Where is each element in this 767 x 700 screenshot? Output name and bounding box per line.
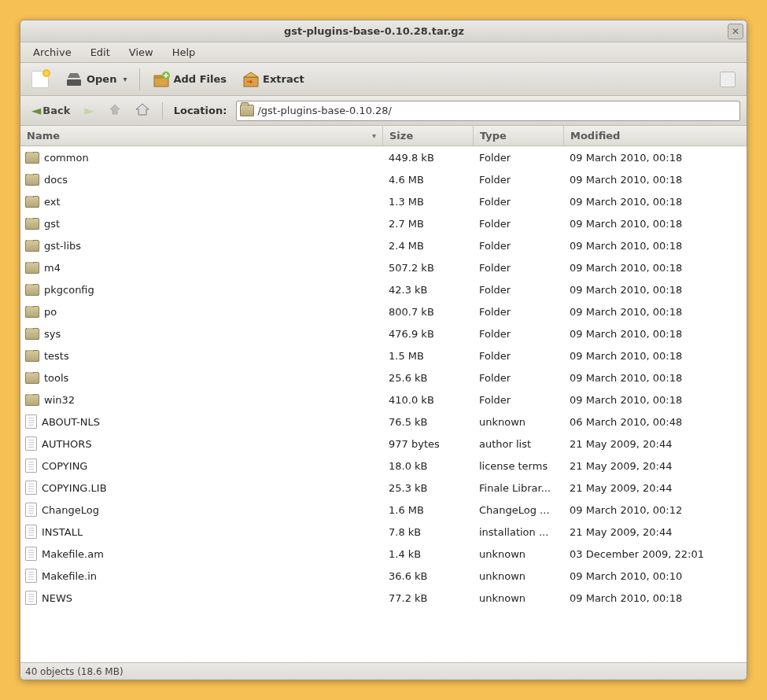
toolbar-separator (139, 68, 140, 90)
folder-icon (25, 350, 39, 362)
cell-size: 476.9 kB (382, 328, 473, 340)
cell-type: ChangeLog ... (473, 504, 563, 516)
folder-icon (25, 284, 39, 296)
file-icon (25, 525, 37, 539)
list-item[interactable]: tests1.5 MBFolder09 March 2010, 00:18 (20, 344, 747, 367)
folder-icon (25, 262, 39, 274)
home-button[interactable] (131, 101, 154, 121)
list-item[interactable]: ext1.3 MBFolder09 March 2010, 00:18 (20, 190, 747, 212)
open-icon (65, 72, 83, 87)
column-headers: Name ▾ Size Type Modified (20, 126, 747, 146)
navbar: ◄ Back ► Location: /gst-plugins-base-0.1… (20, 96, 747, 126)
new-archive-button[interactable] (25, 68, 55, 91)
menu-edit[interactable]: Edit (81, 42, 120, 62)
column-header-type-label: Type (480, 130, 507, 142)
svg-rect-0 (67, 79, 81, 86)
cell-size: 410.0 kB (382, 394, 473, 406)
extract-button[interactable]: Extract (236, 68, 311, 91)
home-icon (135, 103, 149, 119)
cell-name: NEWS (20, 591, 382, 605)
cell-name: AUTHORS (20, 437, 382, 451)
extract-label: Extract (263, 73, 304, 85)
menu-help[interactable]: Help (163, 42, 205, 62)
column-header-modified[interactable]: Modified (563, 126, 747, 146)
column-header-size[interactable]: Size (382, 126, 473, 146)
list-item[interactable]: win32410.0 kBFolder09 March 2010, 00:18 (20, 389, 747, 411)
list-item[interactable]: pkgconfig42.3 kBFolder09 March 2010, 00:… (20, 278, 747, 300)
file-icon (25, 547, 37, 561)
forward-icon: ► (84, 103, 94, 118)
titlebar[interactable]: gst-plugins-base-0.10.28.tar.gz ✕ (20, 20, 747, 42)
cell-type: author list (473, 438, 563, 450)
column-header-name[interactable]: Name ▾ (20, 130, 382, 142)
list-item[interactable]: COPYING18.0 kBlicense terms21 May 2009, … (20, 455, 747, 477)
cell-type: unknown (473, 570, 563, 582)
properties-button[interactable] (714, 68, 742, 90)
list-item[interactable]: INSTALL7.8 kBinstallation ...21 May 2009… (20, 521, 747, 543)
cell-type: Folder (473, 328, 563, 340)
cell-modified: 09 March 2010, 00:18 (563, 592, 747, 604)
cell-name: common (20, 152, 382, 164)
file-list[interactable]: common449.8 kBFolder09 March 2010, 00:18… (20, 146, 747, 662)
cell-size: 507.2 kB (382, 262, 473, 274)
back-button[interactable]: ◄ Back (27, 101, 75, 120)
cell-modified: 09 March 2010, 00:18 (563, 174, 747, 186)
list-item[interactable]: ABOUT-NLS76.5 kBunknown06 March 2010, 00… (20, 411, 747, 433)
menu-view[interactable]: View (120, 42, 163, 62)
file-name-label: Makefile.am (42, 548, 104, 560)
file-name-label: INSTALL (42, 526, 83, 538)
up-button[interactable] (104, 101, 126, 120)
menubar: Archive Edit View Help (20, 42, 747, 63)
menu-archive[interactable]: Archive (24, 42, 81, 62)
cell-modified: 03 December 2009, 22:01 (563, 548, 747, 560)
up-icon (109, 103, 121, 118)
cell-size: 1.4 kB (382, 548, 473, 560)
cell-name: m4 (20, 262, 382, 274)
cell-name: Makefile.am (20, 547, 382, 561)
file-name-label: AUTHORS (42, 438, 92, 450)
cell-size: 800.7 kB (382, 306, 473, 318)
list-item[interactable]: sys476.9 kBFolder09 March 2010, 00:18 (20, 322, 747, 344)
list-item[interactable]: ChangeLog1.6 MBChangeLog ...09 March 201… (20, 499, 747, 521)
list-item[interactable]: COPYING.LIB25.3 kBFinale Librar...21 May… (20, 477, 747, 499)
extract-icon (242, 71, 260, 88)
list-item[interactable]: po800.7 kBFolder09 March 2010, 00:18 (20, 300, 747, 322)
cell-size: 36.6 kB (382, 570, 473, 582)
column-header-type[interactable]: Type (473, 126, 563, 146)
list-item[interactable]: AUTHORS977 bytesauthor list21 May 2009, … (20, 433, 747, 455)
cell-name: ABOUT-NLS (20, 414, 382, 429)
cell-modified: 21 May 2009, 20:44 (563, 460, 747, 472)
status-text: 40 objects (18.6 MB) (25, 666, 124, 677)
window-title: gst-plugins-base-0.10.28.tar.gz (20, 25, 728, 37)
list-item[interactable]: Makefile.in36.6 kBunknown09 March 2010, … (20, 565, 747, 587)
open-dropdown-icon: ▾ (123, 75, 127, 83)
cell-size: 25.6 kB (382, 372, 473, 384)
list-item[interactable]: gst2.7 MBFolder09 March 2010, 00:18 (20, 212, 747, 234)
file-icon (25, 591, 37, 605)
list-item[interactable]: gst-libs2.4 MBFolder09 March 2010, 00:18 (20, 234, 747, 256)
column-header-size-label: Size (389, 130, 413, 142)
open-button[interactable]: Open ▾ (58, 68, 133, 90)
list-item[interactable]: Makefile.am1.4 kBunknown03 December 2009… (20, 543, 747, 565)
cell-size: 977 bytes (382, 438, 473, 450)
location-input[interactable]: /gst-plugins-base-0.10.28/ (236, 101, 740, 121)
list-item[interactable]: tools25.6 kBFolder09 March 2010, 00:18 (20, 367, 747, 389)
open-label: Open (87, 73, 116, 85)
cell-type: Folder (473, 394, 563, 406)
file-icon (25, 569, 37, 583)
cell-type: unknown (473, 592, 563, 604)
cell-size: 2.4 MB (382, 240, 473, 252)
cell-name: gst (20, 218, 382, 230)
list-item[interactable]: docs4.6 MBFolder09 March 2010, 00:18 (20, 168, 747, 190)
list-item[interactable]: m4507.2 kBFolder09 March 2010, 00:18 (20, 256, 747, 278)
add-files-button[interactable]: Add Files (146, 68, 233, 91)
new-archive-icon (31, 71, 49, 88)
cell-modified: 21 May 2009, 20:44 (563, 482, 747, 494)
forward-button[interactable]: ► (79, 101, 98, 120)
file-name-label: ABOUT-NLS (42, 416, 100, 428)
list-item[interactable]: NEWS77.2 kBunknown09 March 2010, 00:18 (20, 587, 747, 609)
cell-type: installation ... (473, 526, 563, 538)
list-item[interactable]: common449.8 kBFolder09 March 2010, 00:18 (20, 146, 747, 168)
close-button[interactable]: ✕ (728, 24, 743, 39)
file-icon (25, 481, 37, 495)
